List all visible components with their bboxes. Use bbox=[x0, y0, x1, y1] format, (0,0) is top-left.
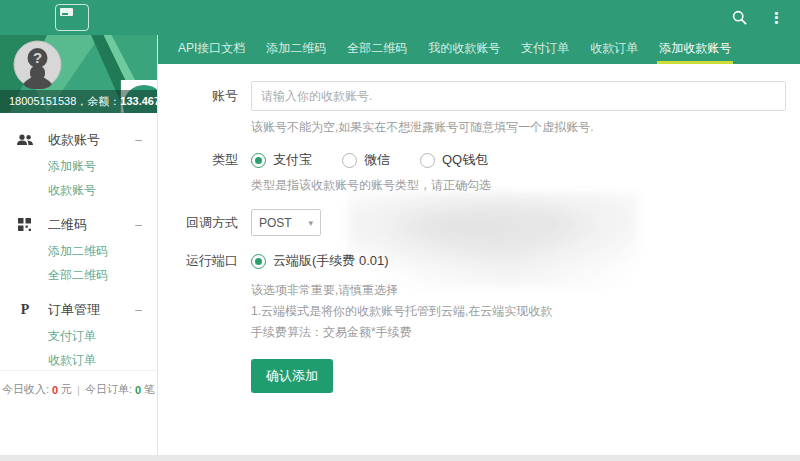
orders-value: 0 bbox=[135, 384, 141, 396]
radio-label: 云端版(手续费 0.01) bbox=[273, 252, 389, 270]
radio-qq-wallet[interactable]: QQ钱包 bbox=[420, 151, 488, 169]
kebab-menu-icon[interactable]: ⋮ bbox=[769, 10, 784, 25]
people-icon bbox=[15, 134, 35, 146]
port-row: 运行端口 云端版(手续费 0.01) bbox=[180, 252, 786, 270]
sidebar-subitem-receive-orders[interactable]: 收款订单 bbox=[0, 348, 157, 370]
income-value: 0 bbox=[52, 384, 58, 396]
account-help: 该账号不能为空,如果实在不想泄露账号可随意填写一个虚拟账号. bbox=[251, 119, 786, 136]
avatar[interactable]: ? bbox=[13, 40, 62, 89]
tabbar: API接口文档 添加二维码 全部二维码 我的收款账号 支付订单 收款订单 添加收… bbox=[158, 35, 800, 64]
radio-wechat[interactable]: 微信 bbox=[342, 151, 390, 169]
radio-label: 支付宝 bbox=[273, 151, 312, 169]
app-root: ⋮ ? bbox=[0, 0, 800, 461]
port-help-line: 手续费算法：交易金额*手续费 bbox=[251, 322, 786, 343]
radio-label: 微信 bbox=[364, 151, 390, 169]
body: ? 18005151538，余额：133.467 ▾ bbox=[0, 35, 800, 455]
radio-alipay[interactable]: 支付宝 bbox=[251, 151, 312, 169]
radio-unselected-icon bbox=[420, 153, 435, 168]
sidebar-item-accounts[interactable]: 收款账号 – bbox=[0, 126, 157, 154]
type-radio-group: 支付宝 微信 QQ钱包 bbox=[251, 151, 488, 169]
paypal-icon: P bbox=[15, 302, 35, 318]
topbar-actions: ⋮ bbox=[732, 10, 784, 25]
svg-text:?: ? bbox=[33, 49, 42, 66]
balance-label: 余额： bbox=[87, 94, 120, 109]
collapse-icon[interactable]: – bbox=[135, 303, 142, 317]
tab-add-qrcode[interactable]: 添加二维码 bbox=[264, 35, 328, 64]
sidebar-menu: 收款账号 – 添加账号 收款账号 bbox=[0, 113, 157, 370]
sidebar-subitem-accounts[interactable]: 收款账号 bbox=[0, 178, 157, 202]
callback-value: POST bbox=[259, 216, 292, 230]
menu-label: 订单管理 bbox=[48, 301, 100, 319]
account-input[interactable] bbox=[251, 81, 786, 111]
sidebar-header: ? 18005151538，余额：133.467 ▾ bbox=[0, 35, 157, 113]
callback-row: 回调方式 POST ▾ bbox=[180, 209, 786, 236]
port-help-line: 该选项非常重要,请慎重选择 bbox=[251, 280, 786, 301]
radio-label: QQ钱包 bbox=[442, 151, 488, 169]
tab-api-docs[interactable]: API接口文档 bbox=[176, 35, 247, 64]
tab-receive-orders[interactable]: 收款订单 bbox=[588, 35, 640, 64]
account-phone: 18005151538 bbox=[9, 95, 76, 107]
menu-label: 二维码 bbox=[48, 216, 87, 234]
collapse-icon[interactable]: – bbox=[135, 218, 142, 232]
qrcode-icon bbox=[15, 218, 35, 231]
radio-selected-icon bbox=[251, 254, 266, 269]
footer-divider: | bbox=[77, 384, 80, 396]
menu-group-qrcode: 二维码 – 添加二维码 全部二维码 bbox=[0, 211, 157, 287]
port-help-line: 1.云端模式是将你的收款账号托管到云端,在云端实现收款 bbox=[251, 301, 786, 322]
orders-label: 今日订单: bbox=[85, 382, 132, 397]
tab-pay-orders[interactable]: 支付订单 bbox=[519, 35, 571, 64]
caret-down-icon: ▾ bbox=[308, 218, 313, 228]
main: API接口文档 添加二维码 全部二维码 我的收款账号 支付订单 收款订单 添加收… bbox=[158, 35, 800, 455]
sidebar-subitem-pay-orders[interactable]: 支付订单 bbox=[0, 324, 157, 348]
type-row: 类型 支付宝 微信 QQ钱包 bbox=[180, 151, 786, 169]
sidebar-subitem-add-qrcode[interactable]: 添加二维码 bbox=[0, 239, 157, 263]
radio-selected-icon bbox=[251, 153, 266, 168]
sidebar-item-orders[interactable]: P 订单管理 – bbox=[0, 296, 157, 324]
tab-add-account[interactable]: 添加收款账号 bbox=[657, 35, 733, 64]
menu-group-orders: P 订单管理 – 支付订单 收款订单 bbox=[0, 296, 157, 370]
sidebar-subitem-all-qrcode[interactable]: 全部二维码 bbox=[0, 263, 157, 287]
type-help: 类型是指该收款账号的账号类型，请正确勾选 bbox=[251, 177, 786, 194]
orders-unit: 笔 bbox=[144, 382, 155, 397]
sidebar-footer: 今日收入: 0 元 | 今日订单: 0 笔 bbox=[0, 370, 157, 397]
sidebar-subitem-add-account[interactable]: 添加账号 bbox=[0, 154, 157, 178]
callback-label: 回调方式 bbox=[180, 214, 238, 232]
menu-group-accounts: 收款账号 – 添加账号 收款账号 bbox=[0, 126, 157, 202]
type-label: 类型 bbox=[180, 151, 238, 169]
sidebar: ? 18005151538，余额：133.467 ▾ bbox=[0, 35, 158, 455]
form-content: 账号 该账号不能为空,如果实在不想泄露账号可随意填写一个虚拟账号. 类型 支付宝… bbox=[158, 64, 800, 455]
watermark bbox=[348, 192, 638, 287]
income-unit: 元 bbox=[61, 382, 72, 397]
account-row: 账号 bbox=[180, 81, 786, 111]
tab-all-qrcode[interactable]: 全部二维码 bbox=[345, 35, 409, 64]
tab-my-accounts[interactable]: 我的收款账号 bbox=[426, 35, 502, 64]
menu-label: 收款账号 bbox=[48, 131, 100, 149]
search-icon[interactable] bbox=[732, 10, 747, 25]
account-sep: ， bbox=[76, 94, 87, 109]
topbar: ⋮ bbox=[0, 0, 800, 35]
sidebar-item-qrcode[interactable]: 二维码 – bbox=[0, 211, 157, 239]
callback-select[interactable]: POST ▾ bbox=[251, 209, 321, 236]
income-label: 今日收入: bbox=[2, 382, 49, 397]
account-strip[interactable]: 18005151538，余额：133.467 ▾ bbox=[0, 90, 157, 113]
port-help: 该选项非常重要,请慎重选择 1.云端模式是将你的收款账号托管到云端,在云端实现收… bbox=[251, 280, 786, 343]
flag-glyph-icon bbox=[60, 8, 73, 19]
logo-icon[interactable] bbox=[55, 4, 89, 31]
balance-value: 133.467 bbox=[120, 95, 157, 107]
port-label: 运行端口 bbox=[180, 252, 238, 270]
bottom-strip bbox=[0, 455, 800, 461]
radio-unselected-icon bbox=[342, 153, 357, 168]
collapse-icon[interactable]: – bbox=[135, 133, 142, 147]
account-label: 账号 bbox=[180, 87, 238, 105]
radio-cloud-version[interactable]: 云端版(手续费 0.01) bbox=[251, 252, 389, 270]
confirm-add-button[interactable]: 确认添加 bbox=[251, 359, 333, 393]
